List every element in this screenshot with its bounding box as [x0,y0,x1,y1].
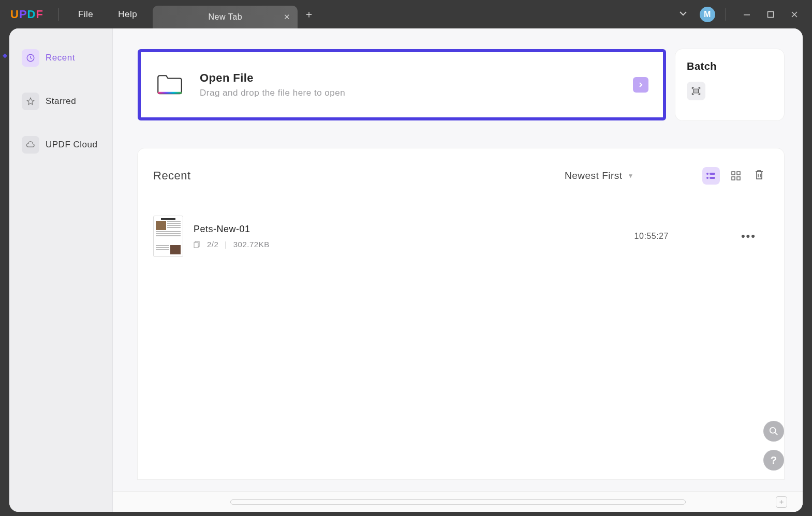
file-thumbnail [153,216,183,257]
search-icon [769,427,778,436]
maximize-icon [767,11,774,18]
svg-point-8 [706,177,708,179]
sidebar-item-cloud[interactable]: UPDF Cloud [18,131,104,159]
app-logo: UPDF [10,8,43,21]
sidebar-item-label: UPDF Cloud [46,140,97,150]
batch-card: Batch [675,49,784,120]
sidebar-item-label: Recent [46,53,75,63]
divider [58,8,58,21]
chevron-right-icon [638,82,644,88]
tab-newtab[interactable]: New Tab ✕ [153,6,298,28]
file-time: 10:55:27 [634,232,669,241]
titlebar: UPDF File Help New Tab ✕ ＋ M [0,0,812,28]
svg-point-16 [770,428,776,433]
clock-icon [22,49,39,67]
content: Open File Drag and drop the file here to… [113,28,803,512]
batch-button[interactable] [687,82,705,100]
svg-rect-1 [768,11,774,17]
close-button[interactable] [784,4,805,25]
indicator-dot: ◆ [3,52,8,59]
bottom-bar: ＋ [113,491,803,512]
menu-help[interactable]: Help [106,9,150,20]
svg-rect-13 [737,177,740,180]
close-icon[interactable]: ✕ [284,12,291,22]
file-more-button[interactable]: ••• [741,230,756,243]
divider [726,8,726,21]
sort-label: Newest First [565,170,623,181]
dropdown-button[interactable] [670,9,697,20]
svg-rect-12 [732,177,735,180]
add-button[interactable]: ＋ [776,496,787,508]
recent-panel: Recent Newest First ▼ [138,148,784,479]
star-icon [22,93,39,110]
tab-title: New Tab [209,12,242,22]
open-file-button[interactable] [633,77,648,93]
batch-title: Batch [687,60,773,72]
svg-rect-15 [194,242,198,248]
avatar[interactable]: M [700,7,715,22]
svg-rect-10 [732,172,735,175]
close-icon [791,11,798,18]
sidebar: Recent Starred UPDF Cloud [9,28,113,512]
file-pages: 2/2 [207,240,218,249]
more-icon: ••• [741,230,756,242]
triangle-down-icon: ▼ [628,172,634,179]
view-list-button[interactable] [702,167,720,185]
open-file-dropzone[interactable]: Open File Drag and drop the file here to… [138,49,666,120]
folder-icon [155,69,184,100]
sort-dropdown[interactable]: Newest First ▼ [565,170,634,181]
chevron-down-icon [679,9,687,18]
svg-rect-11 [737,172,740,175]
help-fab[interactable]: ? [763,450,784,471]
file-size: 302.72KB [233,240,270,249]
sidebar-item-starred[interactable]: Starred [18,87,104,115]
recent-title: Recent [153,169,191,183]
svg-rect-7 [710,173,715,175]
svg-point-6 [706,173,708,175]
trash-icon [754,169,764,180]
new-tab-button[interactable]: ＋ [298,0,320,28]
plus-icon: ＋ [778,497,786,507]
minimize-icon [743,11,750,18]
search-fab[interactable] [763,421,784,442]
plus-icon: ＋ [304,7,315,21]
file-row[interactable]: Pets-New-01 2/2 | 302.72KB 10:55:27 ••• [153,200,766,272]
sidebar-item-label: Starred [46,96,76,107]
svg-rect-9 [710,177,715,179]
tab-strip: New Tab ✕ ＋ [150,0,320,28]
scrollbar[interactable] [230,499,686,505]
scanner-icon [690,85,702,97]
open-file-subtitle: Drag and drop the file here to open [200,88,617,98]
svg-rect-0 [744,14,750,16]
minimize-button[interactable] [736,4,757,25]
list-icon [706,172,716,180]
file-name: Pets-New-01 [194,224,624,235]
sidebar-item-recent[interactable]: Recent [18,44,104,72]
delete-button[interactable] [752,167,766,185]
svg-line-17 [775,433,778,435]
view-grid-button[interactable] [727,167,745,185]
svg-rect-3 [158,92,182,94]
grid-icon [731,171,741,180]
main-shell: Recent Starred UPDF Cloud [9,28,803,512]
open-file-title: Open File [200,71,617,85]
menu-file[interactable]: File [66,9,106,20]
cloud-icon [22,136,39,154]
maximize-button[interactable] [760,4,781,25]
help-icon: ? [771,454,777,466]
pages-icon [194,241,201,248]
